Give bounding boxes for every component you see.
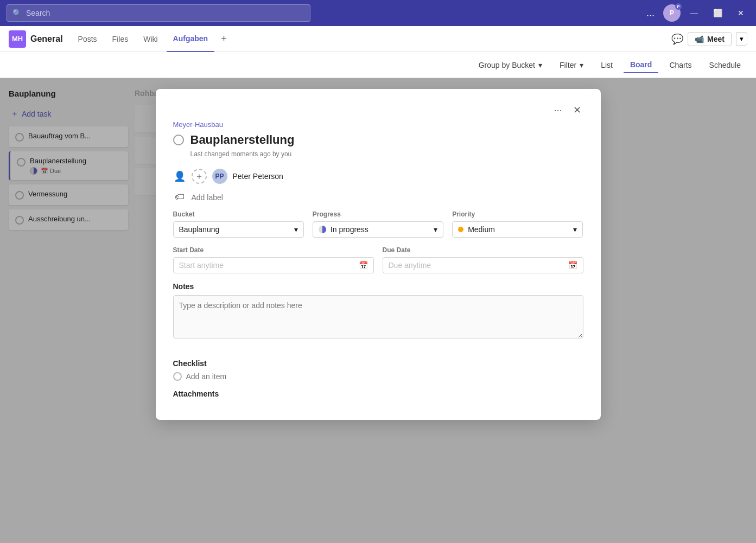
search-placeholder: Search: [26, 9, 50, 17]
due-date-label: Due date: [383, 246, 583, 254]
add-assignee-button[interactable]: ＋: [192, 169, 207, 184]
titlebar-actions: ... P P — ⬜ ✕: [642, 4, 749, 22]
add-label-button[interactable]: Add label: [192, 193, 223, 202]
more-options-button[interactable]: ···: [551, 102, 564, 118]
chevron-down-icon: ▾: [294, 225, 298, 234]
search-bar[interactable]: 🔍 Search: [7, 4, 310, 22]
label-row[interactable]: 🏷 Add label: [173, 191, 583, 203]
tab-aufgaben[interactable]: Aufgaben: [167, 26, 215, 52]
due-date-field: Due date Due anytime 📅: [383, 246, 583, 273]
priority-select[interactable]: Medium ▾: [452, 221, 583, 238]
notes-label: Notes: [173, 282, 583, 291]
add-item-label: Add an item: [186, 372, 227, 381]
notes-section: Notes: [173, 282, 583, 349]
tab-posts[interactable]: Posts: [72, 26, 104, 52]
due-date-input[interactable]: Due anytime 📅: [383, 257, 583, 273]
bucket-value: Bauplanung: [179, 225, 220, 234]
checklist-circle: [173, 372, 182, 381]
group-by-button[interactable]: Group by Bucket ▾: [472, 58, 549, 73]
maximize-button[interactable]: ⬜: [708, 7, 728, 20]
task-detail-modal: ··· ✕ Meyer-Hausbau Bauplanerstellung La…: [156, 89, 601, 420]
start-date-field: Start date Start anytime 📅: [173, 246, 374, 273]
due-date-placeholder: Due anytime: [389, 261, 431, 270]
modal-title-row: Bauplanerstellung: [173, 133, 583, 147]
schedule-view-button[interactable]: Schedule: [703, 58, 747, 73]
progress-value: In progress: [331, 225, 369, 234]
close-modal-button[interactable]: ✕: [571, 102, 583, 118]
filter-button[interactable]: Filter ▾: [553, 58, 590, 73]
modal-overlay[interactable]: ··· ✕ Meyer-Hausbau Bauplanerstellung La…: [0, 78, 756, 543]
modal-breadcrumb[interactable]: Meyer-Hausbau: [173, 120, 583, 129]
progress-field: Progress In progress ▾: [313, 210, 443, 238]
calendar-icon: 📅: [359, 261, 368, 270]
minimize-button[interactable]: —: [685, 7, 703, 20]
filter-chevron-icon: ▾: [580, 61, 583, 69]
chevron-down-icon: ▾: [434, 225, 437, 234]
search-icon: 🔍: [12, 9, 22, 17]
avatar[interactable]: P P: [663, 4, 681, 22]
bucket-field: Bucket Bauplanung ▾: [173, 210, 304, 238]
chevron-down-icon: ▾: [538, 61, 542, 69]
dates-grid: Start date Start anytime 📅 Due date Due …: [173, 246, 583, 273]
bucket-label: Bucket: [173, 210, 304, 218]
charts-view-button[interactable]: Charts: [663, 58, 698, 73]
filter-label: Filter: [560, 61, 576, 69]
meet-button[interactable]: 📹 Meet: [688, 32, 732, 46]
list-view-button[interactable]: List: [594, 58, 619, 73]
assignee-name: Peter Peterson: [233, 172, 283, 181]
notes-textarea[interactable]: [173, 295, 583, 338]
close-button[interactable]: ✕: [732, 7, 749, 20]
video-icon: 📹: [695, 35, 704, 43]
start-date-input[interactable]: Start anytime 📅: [173, 257, 374, 273]
chevron-down-icon: ▾: [573, 225, 577, 234]
add-checklist-item-button[interactable]: Add an item: [173, 372, 583, 381]
priority-label: Priority: [452, 210, 583, 218]
progress-label: Progress: [313, 210, 443, 218]
start-date-placeholder: Start anytime: [179, 261, 224, 270]
checklist-section: Checklist Add an item: [173, 359, 583, 381]
toolbar: Group by Bucket ▾ Filter ▾ List Board Ch…: [0, 52, 756, 78]
more-options-button[interactable]: ...: [642, 5, 659, 21]
chat-icon[interactable]: 💬: [671, 33, 683, 45]
priority-value: Medium: [468, 225, 495, 234]
board-view-button[interactable]: Board: [624, 57, 658, 73]
fields-grid: Bucket Bauplanung ▾ Progress In progress…: [173, 210, 583, 238]
bucket-select[interactable]: Bauplanung ▾: [173, 221, 304, 238]
priority-field: Priority Medium ▾: [452, 210, 583, 238]
title-bar: 🔍 Search ... P P — ⬜ ✕: [0, 0, 756, 26]
label-icon: 🏷: [173, 191, 186, 203]
last-changed-text: Last changed moments ago by you: [190, 150, 583, 158]
priority-select-inner: Medium: [458, 225, 495, 234]
progress-select-inner: In progress: [319, 225, 369, 234]
progress-select[interactable]: In progress ▾: [313, 221, 443, 238]
assignee-row: 👤 ＋ PP Peter Peterson: [173, 169, 583, 184]
start-date-label: Start date: [173, 246, 374, 254]
assignee-icon: 👤: [173, 170, 186, 182]
main-content: Bauplanung ＋ Add task Bauauftrag vom B..…: [0, 78, 756, 543]
attachments-section: Attachments: [173, 389, 583, 398]
channel-bar: MH General Posts Files Wiki Aufgaben + 💬…: [0, 26, 756, 52]
progress-icon: [319, 226, 326, 233]
avatar-badge: P: [675, 3, 682, 10]
meet-dropdown-button[interactable]: ▾: [736, 32, 747, 46]
group-by-label: Group by Bucket: [479, 61, 535, 69]
modal-header: ··· ✕: [173, 102, 583, 118]
tab-wiki[interactable]: Wiki: [137, 26, 164, 52]
task-title: Bauplanerstellung: [190, 133, 295, 147]
assignee-avatar: PP: [212, 169, 227, 184]
priority-dot: [458, 227, 463, 232]
checklist-label: Checklist: [173, 359, 583, 368]
channel-bar-right: 💬 📹 Meet ▾: [671, 32, 747, 46]
tab-files[interactable]: Files: [106, 26, 135, 52]
calendar-icon: 📅: [568, 261, 577, 270]
attachments-label: Attachments: [173, 389, 583, 398]
task-complete-circle[interactable]: [173, 135, 184, 145]
channel-icon: MH: [9, 30, 26, 48]
add-tab-button[interactable]: +: [217, 33, 231, 44]
channel-name: General: [30, 34, 63, 44]
